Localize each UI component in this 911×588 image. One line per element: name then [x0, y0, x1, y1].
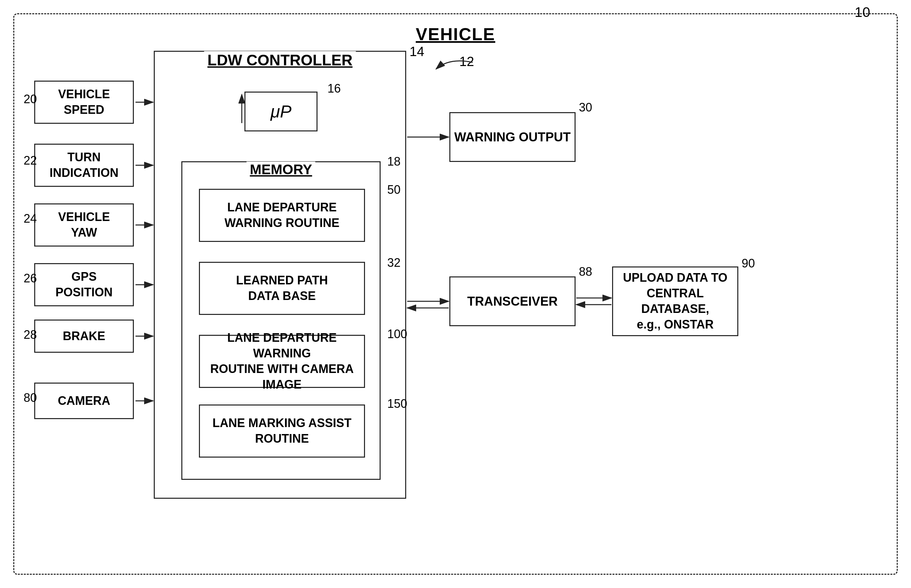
vehicle-label: VEHICLE — [416, 24, 495, 44]
ref-32: 32 — [387, 256, 400, 270]
ref-30: 30 — [579, 100, 592, 115]
memory-label: MEMORY — [246, 162, 315, 178]
transceiver-box: TRANSCEIVER — [449, 276, 575, 326]
microprocessor-label: μP — [270, 102, 291, 121]
sensor-brake: BRAKE — [34, 320, 134, 353]
ref-90: 90 — [742, 257, 755, 270]
microprocessor-box: μP — [245, 92, 318, 131]
ref-28: 28 — [24, 328, 37, 342]
ref-22: 22 — [24, 153, 37, 168]
ref-150: 150 — [387, 397, 407, 411]
ref-88: 88 — [579, 265, 592, 279]
ref-10: 10 — [854, 4, 870, 20]
routine-ldw: LANE DEPARTUREWARNING ROUTINE — [199, 189, 365, 242]
sensor-vehicle-yaw: VEHICLEYAW — [34, 204, 134, 247]
ref-14: 14 — [410, 44, 425, 59]
sensor-camera: CAMERA — [34, 383, 134, 419]
ref-18: 18 — [387, 155, 400, 168]
ref-12: 12 — [459, 54, 474, 69]
ldw-controller-box: LDW CONTROLLER μP 16 MEMORY LANE DEPARTU… — [154, 51, 406, 499]
warning-output-box: WARNING OUTPUT — [449, 112, 575, 162]
upload-data-box: UPLOAD DATA TOCENTRAL DATABASE,e.g., ONS… — [612, 267, 738, 336]
ref-24: 24 — [24, 212, 37, 226]
routine-learned-path: LEARNED PATHDATA BASE — [199, 262, 365, 315]
routine-ldw-camera: LANE DEPARTURE WARNINGROUTINE WITH CAMER… — [199, 335, 365, 388]
ldw-controller-label: LDW CONTROLLER — [204, 51, 356, 69]
memory-box: MEMORY LANE DEPARTUREWARNING ROUTINE LEA… — [182, 161, 381, 480]
ref-26: 26 — [24, 271, 37, 285]
ref-16: 16 — [327, 82, 341, 95]
sensor-vehicle-speed: VEHICLESPEED — [34, 81, 134, 124]
routine-lane-marking: LANE MARKING ASSIST ROUTINE — [199, 404, 365, 457]
diagram-container: 10 VEHICLE LDW CONTROLLER μP 16 MEMORY L… — [13, 13, 898, 575]
ref-80: 80 — [24, 391, 37, 405]
sensor-turn-indication: TURNINDICATION — [34, 144, 134, 187]
ref-50: 50 — [387, 183, 400, 197]
ref-20: 20 — [24, 92, 37, 106]
sensor-gps-position: GPSPOSITION — [34, 263, 134, 306]
ref-100: 100 — [387, 327, 407, 341]
